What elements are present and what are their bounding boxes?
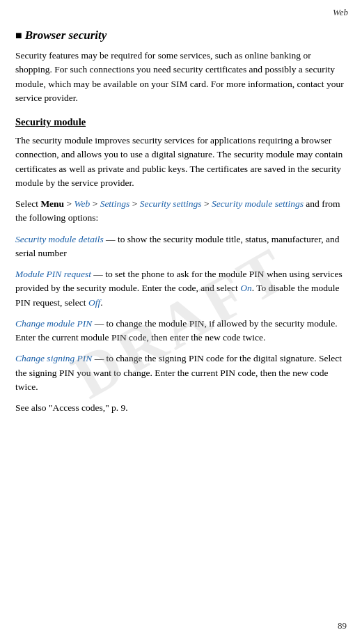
security-module-heading: Security module bbox=[15, 116, 347, 128]
page-number: 89 bbox=[338, 620, 347, 631]
option3-dash: — bbox=[92, 318, 106, 329]
option3-label: Change module PIN bbox=[15, 318, 92, 329]
section-bullet: ■ bbox=[15, 29, 22, 43]
intro-paragraph: Security features may be required for so… bbox=[15, 49, 347, 105]
section-heading: ■ Browser security bbox=[15, 28, 347, 43]
option2-off: Off bbox=[88, 297, 100, 308]
see-also: See also "Access codes," p. 9. bbox=[15, 401, 347, 415]
option4-dash: — bbox=[92, 353, 106, 363]
option4-paragraph: Change signing PIN — to change the signi… bbox=[15, 352, 347, 394]
select-label: Select bbox=[15, 198, 40, 209]
gt4: > bbox=[202, 198, 212, 209]
option2-paragraph: Module PIN request — to set the phone to… bbox=[15, 267, 347, 310]
option1-dash: — bbox=[104, 234, 118, 244]
option2-dash: — bbox=[91, 269, 105, 279]
option4-label: Change signing PIN bbox=[15, 353, 92, 363]
select-menu-line: Select Menu > Web > Settings > Security … bbox=[15, 197, 347, 226]
gt1: > bbox=[64, 198, 74, 209]
page-header: Web bbox=[0, 0, 362, 22]
option2-label: Module PIN request bbox=[15, 269, 91, 279]
gt2: > bbox=[90, 198, 100, 209]
menu-security-settings: Security settings bbox=[140, 198, 202, 209]
option2-on: On bbox=[240, 283, 252, 293]
security-module-body1: The security module improves security se… bbox=[15, 134, 347, 190]
menu-settings: Settings bbox=[100, 198, 130, 209]
option2-end: . bbox=[100, 297, 102, 308]
option3-paragraph: Change module PIN — to change the module… bbox=[15, 317, 347, 345]
menu-web: Web bbox=[74, 198, 90, 209]
option1-paragraph: Security module details — to show the se… bbox=[15, 233, 347, 261]
menu-security-module: Security module settings bbox=[212, 198, 304, 209]
option1-label: Security module details bbox=[15, 234, 104, 244]
browser-security-heading: Browser security bbox=[25, 28, 107, 43]
page-content: ■ Browser security Security features may… bbox=[0, 22, 362, 436]
gt3: > bbox=[129, 198, 139, 209]
menu-menu: Menu bbox=[40, 198, 64, 209]
